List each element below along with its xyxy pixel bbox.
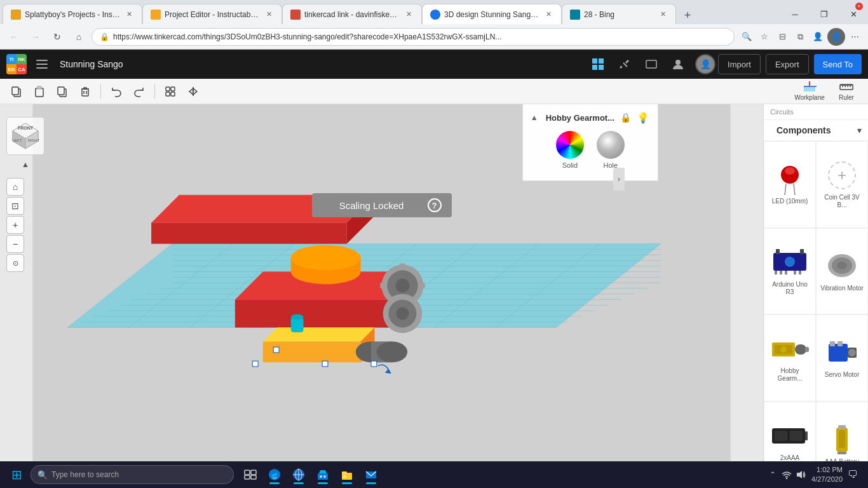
taskbar-browser-icon[interactable] xyxy=(287,463,310,486)
taskbar-store-icon[interactable] xyxy=(311,463,334,486)
taskbar-edge-icon[interactable] xyxy=(263,463,286,486)
taskbar-mail-icon[interactable] xyxy=(360,463,383,486)
export-button[interactable]: Export xyxy=(766,54,809,74)
logo-cell-nk: NK xyxy=(17,54,27,64)
svg-rect-116 xyxy=(794,271,796,274)
component-item-led[interactable]: LED (10mm) xyxy=(764,141,816,228)
up-arrow-icon[interactable]: ⌃ xyxy=(767,469,778,480)
shape-btn[interactable] xyxy=(639,52,663,76)
extensions-icon-btn[interactable]: ⧉ xyxy=(792,29,808,45)
new-tab-button[interactable]: + xyxy=(679,6,696,24)
tab-title-5: 28 - Bing xyxy=(584,10,654,19)
browser-tab-1[interactable]: Splattyboy's Projects - Instruc... ✕ xyxy=(3,4,142,24)
component-add-coin[interactable]: + xyxy=(828,161,856,189)
tab-close-4[interactable]: ✕ xyxy=(543,10,553,20)
viewport[interactable]: FRONT LEFT RIGHT ▲ ⌂ ⊡ + − ⊙ xyxy=(0,104,763,488)
panel-collapse-button[interactable]: › xyxy=(613,168,625,191)
bookmark-icon-btn[interactable]: ⊟ xyxy=(774,29,790,45)
notification-icon[interactable]: 🗨 xyxy=(848,469,858,480)
svg-rect-141 xyxy=(245,475,250,479)
maximize-button[interactable]: ❐ xyxy=(810,4,839,24)
mirror-button[interactable] xyxy=(183,81,203,102)
scaling-help-button[interactable]: ? xyxy=(428,198,442,212)
people-icon-btn[interactable]: 👤 xyxy=(810,29,826,45)
close-button[interactable]: ✕ xyxy=(839,4,868,24)
perspective-button[interactable]: ⊙ xyxy=(6,254,24,272)
left-controls: FRONT LEFT RIGHT ▲ ⌂ ⊡ + − ⊙ xyxy=(6,117,44,272)
user-avatar[interactable]: 👤 xyxy=(695,54,715,74)
search-icon-btn[interactable]: 🔍 xyxy=(738,29,755,45)
taskbar-task-view[interactable] xyxy=(239,463,262,486)
scaling-locked-text: Scaling Locked xyxy=(322,200,421,211)
fit-view-button[interactable]: ⊡ xyxy=(6,197,24,215)
component-item-gearmotor[interactable]: Hobby Gearm... xyxy=(764,315,816,402)
component-item-vibmotor[interactable]: Vibration Motor xyxy=(816,228,868,315)
svg-point-9 xyxy=(675,60,681,65)
more-options-btn[interactable]: ⋯ xyxy=(846,29,863,45)
home-view-button[interactable]: ⌂ xyxy=(6,178,24,196)
hole-material-option[interactable]: Hole xyxy=(597,131,625,169)
tab-close-2[interactable]: ✕ xyxy=(264,10,274,20)
tools-btn[interactable] xyxy=(613,52,637,76)
profile-btn[interactable]: + xyxy=(666,52,690,76)
object-lock-button[interactable]: 🔒 xyxy=(618,111,632,125)
taskbar-search-box[interactable]: 🔍 Type here to search xyxy=(31,465,234,484)
forward-button[interactable]: → xyxy=(27,28,44,46)
browser-tab-4[interactable]: 3D design Stunning Sango | Ti... ✕ xyxy=(422,4,562,24)
sidebar-dropdown-btn[interactable]: ▾ xyxy=(857,125,862,135)
workplane-button[interactable]: Workplane xyxy=(790,80,829,103)
object-visibility-button[interactable]: 💡 xyxy=(636,111,650,125)
paste-button[interactable] xyxy=(29,81,50,102)
taskbar-search-placeholder: Type here to search xyxy=(51,470,119,479)
volume-icon[interactable] xyxy=(795,469,806,480)
svg-rect-138 xyxy=(839,430,845,448)
undo-button[interactable] xyxy=(106,81,126,102)
browser-profile-icon[interactable]: 👤 xyxy=(827,28,845,46)
tab-close-5[interactable]: ✕ xyxy=(658,10,668,20)
back-button[interactable]: ← xyxy=(5,28,23,46)
delete-button[interactable] xyxy=(75,81,95,102)
browser-tab-5[interactable]: 28 - Bing ✕ xyxy=(562,4,676,24)
taskbar-explorer-icon[interactable] xyxy=(336,463,358,486)
tab-close-1[interactable]: ✕ xyxy=(124,10,134,20)
home-button[interactable]: ⌂ xyxy=(70,28,88,46)
sendto-button[interactable]: Send To xyxy=(814,54,862,74)
component-name-gearmotor: Hobby Gearm... xyxy=(768,367,811,383)
grid-view-btn[interactable] xyxy=(586,52,610,76)
svg-rect-114 xyxy=(780,271,782,274)
browser-tab-3[interactable]: tinkercad link - davinfiske@gm... ✕ xyxy=(282,4,422,24)
zoom-in-button[interactable]: + xyxy=(6,216,24,234)
copy-button[interactable] xyxy=(6,81,27,102)
svg-rect-123 xyxy=(805,347,809,352)
ruler-button[interactable]: Ruler xyxy=(831,80,862,103)
component-item-arduino[interactable]: Arduino Uno R3 xyxy=(764,228,816,315)
hamburger-button[interactable] xyxy=(32,54,52,74)
taskbar-time-display[interactable]: 1:02 PM 4/27/2020 xyxy=(811,465,843,485)
address-text: https://www.tinkercad.com/things/3DSoUm0… xyxy=(113,32,726,41)
component-item-servo[interactable]: Servo Motor xyxy=(816,315,868,402)
network-icon[interactable] xyxy=(781,469,792,480)
address-input[interactable]: 🔒 https://www.tinkercad.com/things/3DSoU… xyxy=(92,28,735,46)
solid-material-option[interactable]: Solid xyxy=(556,131,584,169)
tab-close-3[interactable]: ✕ xyxy=(403,10,414,20)
group-button[interactable] xyxy=(160,81,180,102)
duplicate-button[interactable] xyxy=(52,81,72,102)
component-item-coin[interactable]: + Coin Cell 3V B... xyxy=(816,141,868,228)
svg-text:FRONT: FRONT xyxy=(18,126,34,130)
component-thumb-vibmotor xyxy=(823,250,861,282)
app-container: TI NK ER CA Stunning Sango + xyxy=(0,50,868,488)
zoom-out-button[interactable]: − xyxy=(6,235,24,253)
minimize-button[interactable]: ─ xyxy=(780,4,810,24)
view-cube[interactable]: FRONT LEFT RIGHT xyxy=(6,117,44,155)
tinkercad-logo: TI NK ER CA xyxy=(6,54,27,74)
logo-cell-er: ER xyxy=(6,64,17,74)
vp-controls: ⌂ ⊡ + − ⊙ xyxy=(6,178,44,272)
star-icon-btn[interactable]: ☆ xyxy=(756,29,773,45)
browser-tab-2[interactable]: Project Editor - Instructables ✕ xyxy=(142,4,282,24)
view-cube-expand[interactable]: ▲ xyxy=(22,160,29,169)
redo-button[interactable] xyxy=(129,81,149,102)
start-button[interactable]: ⊞ xyxy=(5,463,28,486)
refresh-button[interactable]: ↻ xyxy=(48,28,66,46)
import-button[interactable]: Import xyxy=(718,54,761,74)
panel-collapse-arrow[interactable]: ▲ xyxy=(531,113,538,122)
